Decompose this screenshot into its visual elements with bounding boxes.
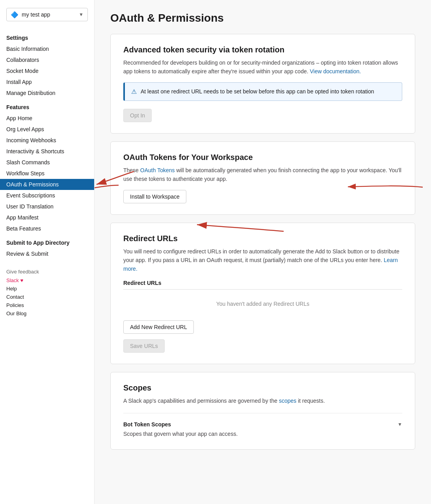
main-content: OAuth & Permissions Advanced token secur… [95, 0, 431, 504]
app-selector[interactable]: 🔷 my test app ▼ [6, 8, 88, 21]
install-arrow [95, 173, 123, 197]
submit-section-title: Submit to App Directory [0, 234, 94, 248]
sidebar-item-slash-commands[interactable]: Slash Commands [0, 157, 94, 168]
oauth-tokens-link[interactable]: OAuth Tokens [140, 167, 175, 173]
redirect-url-buttons: Add New Redirect URL [123, 320, 402, 334]
view-docs-link[interactable]: View documentation. [310, 68, 361, 74]
sidebar-item-incoming-webhooks[interactable]: Incoming Webhooks [0, 135, 94, 146]
bot-token-scopes-row[interactable]: Bot Token Scopes ▼ [123, 421, 402, 428]
sidebar: 🔷 my test app ▼ Settings Basic Informati… [0, 0, 95, 504]
sidebar-item-org-level-apps[interactable]: Org Level Apps [0, 124, 94, 135]
policies-link[interactable]: Policies [6, 301, 88, 309]
features-section-title: Features [0, 99, 94, 113]
page-title: OAuth & Permissions [110, 12, 415, 24]
alert-text: At least one redirect URL needs to be se… [141, 87, 374, 96]
sidebar-item-manage-distribution[interactable]: Manage Distribution [0, 87, 94, 99]
app-icon: 🔷 [11, 11, 19, 19]
opt-in-button[interactable]: Opt In [123, 109, 152, 122]
redirect-urls-description: You will need to configure redirect URLs… [123, 247, 402, 273]
scopes-divider [123, 413, 402, 413]
scopes-link[interactable]: scopes [279, 398, 296, 404]
oauth-tokens-card: OAuth Tokens for Your Workspace These OA… [110, 141, 415, 215]
scopes-description: A Slack app's capabilities and permissio… [123, 396, 402, 405]
give-feedback-label: Give feedback [6, 266, 88, 276]
oauth-tokens-description: These OAuth Tokens will be automatically… [123, 166, 402, 184]
sidebar-item-beta-features[interactable]: Beta Features [0, 223, 94, 234]
redirect-urls-card: Redirect URLs You will need to configure… [110, 223, 415, 364]
scopes-card: Scopes A Slack app's capabilities and pe… [110, 372, 415, 450]
sidebar-item-app-manifest[interactable]: App Manifest [0, 212, 94, 223]
install-to-workspace-button[interactable]: Install to Workspace [123, 190, 186, 203]
scopes-title: Scopes [123, 383, 402, 392]
sidebar-item-basic-info[interactable]: Basic Information [0, 43, 94, 54]
warning-icon: ⚠ [131, 88, 137, 95]
chevron-down-icon: ▼ [79, 12, 84, 17]
token-security-title: Advanced token security via token rotati… [123, 45, 402, 54]
sidebar-item-collaborators[interactable]: Collaborators [0, 54, 94, 65]
contact-link[interactable]: Contact [6, 293, 88, 301]
slack-link[interactable]: Slack ♥ [6, 276, 88, 285]
oauth-tokens-title: OAuth Tokens for Your Workspace [123, 153, 402, 162]
sidebar-item-workflow-steps[interactable]: Workflow Steps [0, 168, 94, 179]
sidebar-item-user-id-translation[interactable]: User ID Translation [0, 201, 94, 212]
sidebar-item-interactivity[interactable]: Interactivity & Shortcuts [0, 146, 94, 157]
blog-link[interactable]: Our Blog [6, 309, 88, 318]
settings-section-title: Settings [0, 29, 94, 43]
sidebar-item-event-subscriptions[interactable]: Event Subscriptions [0, 190, 94, 201]
token-alert-box: ⚠ At least one redirect URL needs to be … [123, 82, 402, 101]
sidebar-footer: Give feedback Slack ♥ Help Contact Polic… [0, 259, 94, 318]
redirect-urls-section-label: Redirect URLs [123, 280, 402, 290]
token-security-description: Recommended for developers building on o… [123, 58, 402, 76]
sidebar-item-app-home[interactable]: App Home [0, 113, 94, 124]
redirect-urls-title: Redirect URLs [123, 234, 402, 243]
sidebar-item-oauth-permissions[interactable]: OAuth & Permissions [0, 179, 94, 190]
help-link[interactable]: Help [6, 285, 88, 293]
save-urls-button[interactable]: Save URLs [123, 339, 165, 353]
bot-token-scopes-desc: Scopes that govern what your app can acc… [123, 430, 402, 438]
sidebar-item-install-app[interactable]: Install App [0, 76, 94, 87]
redirect-urls-empty-message: You haven't added any Redirect URLs [123, 293, 402, 315]
app-name: my test app [22, 11, 76, 18]
sidebar-item-socket-mode[interactable]: Socket Mode [0, 65, 94, 76]
chevron-down-icon-scopes: ▼ [398, 422, 402, 427]
add-new-redirect-url-button[interactable]: Add New Redirect URL [123, 320, 194, 334]
token-security-card: Advanced token security via token rotati… [110, 34, 415, 134]
bot-token-scopes-label: Bot Token Scopes [123, 421, 171, 428]
sidebar-item-review-submit[interactable]: Review & Submit [0, 248, 94, 259]
